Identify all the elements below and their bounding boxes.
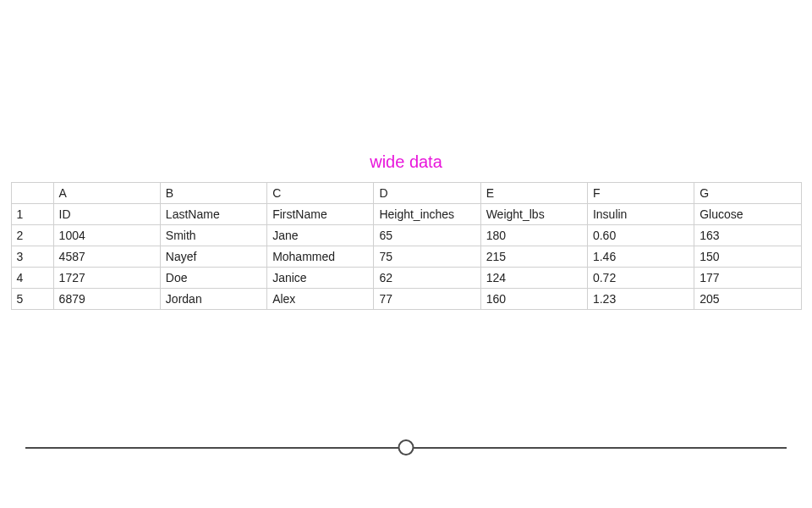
cell-insulin[interactable]: 1.23 bbox=[587, 289, 694, 310]
cell-insulin[interactable]: 0.60 bbox=[587, 225, 694, 246]
cell-glucose[interactable]: 177 bbox=[694, 268, 801, 289]
cell-firstname[interactable]: Janice bbox=[267, 268, 374, 289]
column-header-row: A B C D E F G bbox=[11, 183, 801, 204]
column-header-e[interactable]: E bbox=[480, 183, 587, 204]
select-all-corner[interactable] bbox=[11, 183, 53, 204]
cell-weight[interactable]: 124 bbox=[480, 268, 587, 289]
cell-glucose[interactable]: 163 bbox=[694, 225, 801, 246]
column-header-a[interactable]: A bbox=[53, 183, 160, 204]
cell-height[interactable]: 77 bbox=[374, 289, 480, 310]
cell-insulin[interactable]: 0.72 bbox=[587, 268, 694, 289]
section-divider bbox=[25, 439, 787, 456]
cell-height[interactable]: 65 bbox=[374, 225, 480, 246]
row-number[interactable]: 2 bbox=[11, 225, 53, 246]
table-header-row: 1 ID LastName FirstName Height_inches We… bbox=[11, 204, 801, 225]
table-row: 5 6879 Jordan Alex 77 160 1.23 205 bbox=[11, 289, 801, 310]
header-firstname[interactable]: FirstName bbox=[267, 204, 374, 225]
row-number[interactable]: 1 bbox=[11, 204, 53, 225]
cell-id[interactable]: 4587 bbox=[53, 246, 160, 268]
row-number[interactable]: 4 bbox=[11, 268, 53, 289]
cell-glucose[interactable]: 205 bbox=[694, 289, 801, 310]
header-id[interactable]: ID bbox=[53, 204, 160, 225]
column-header-c[interactable]: C bbox=[267, 183, 374, 204]
row-number[interactable]: 5 bbox=[11, 289, 53, 310]
cell-id[interactable]: 1004 bbox=[53, 225, 160, 246]
header-glucose[interactable]: Glucose bbox=[694, 204, 801, 225]
page-title: wide data bbox=[0, 152, 812, 172]
table-row: 4 1727 Doe Janice 62 124 0.72 177 bbox=[11, 268, 801, 289]
cell-glucose[interactable]: 150 bbox=[694, 246, 801, 268]
cell-firstname[interactable]: Jane bbox=[267, 225, 374, 246]
header-insulin[interactable]: Insulin bbox=[587, 204, 694, 225]
cell-firstname[interactable]: Mohammed bbox=[267, 246, 374, 268]
column-header-f[interactable]: F bbox=[587, 183, 694, 204]
table-row: 2 1004 Smith Jane 65 180 0.60 163 bbox=[11, 225, 801, 246]
cell-insulin[interactable]: 1.46 bbox=[587, 246, 694, 268]
cell-height[interactable]: 75 bbox=[374, 246, 480, 268]
divider-handle-icon[interactable] bbox=[398, 439, 414, 456]
cell-lastname[interactable]: Doe bbox=[160, 268, 266, 289]
header-weight[interactable]: Weight_lbs bbox=[480, 204, 587, 225]
header-height[interactable]: Height_inches bbox=[374, 204, 480, 225]
row-number[interactable]: 3 bbox=[11, 246, 53, 268]
cell-weight[interactable]: 160 bbox=[480, 289, 587, 310]
table-row: 3 4587 Nayef Mohammed 75 215 1.46 150 bbox=[11, 246, 801, 268]
spreadsheet-table: A B C D E F G 1 ID LastName FirstName He… bbox=[11, 182, 802, 310]
cell-id[interactable]: 1727 bbox=[53, 268, 160, 289]
cell-weight[interactable]: 215 bbox=[480, 246, 587, 268]
cell-height[interactable]: 62 bbox=[374, 268, 480, 289]
cell-firstname[interactable]: Alex bbox=[267, 289, 374, 310]
header-lastname[interactable]: LastName bbox=[160, 204, 266, 225]
cell-lastname[interactable]: Nayef bbox=[160, 246, 266, 268]
cell-lastname[interactable]: Smith bbox=[160, 225, 266, 246]
column-header-g[interactable]: G bbox=[694, 183, 801, 204]
column-header-b[interactable]: B bbox=[160, 183, 266, 204]
cell-lastname[interactable]: Jordan bbox=[160, 289, 266, 310]
cell-weight[interactable]: 180 bbox=[480, 225, 587, 246]
column-header-d[interactable]: D bbox=[374, 183, 480, 204]
cell-id[interactable]: 6879 bbox=[53, 289, 160, 310]
